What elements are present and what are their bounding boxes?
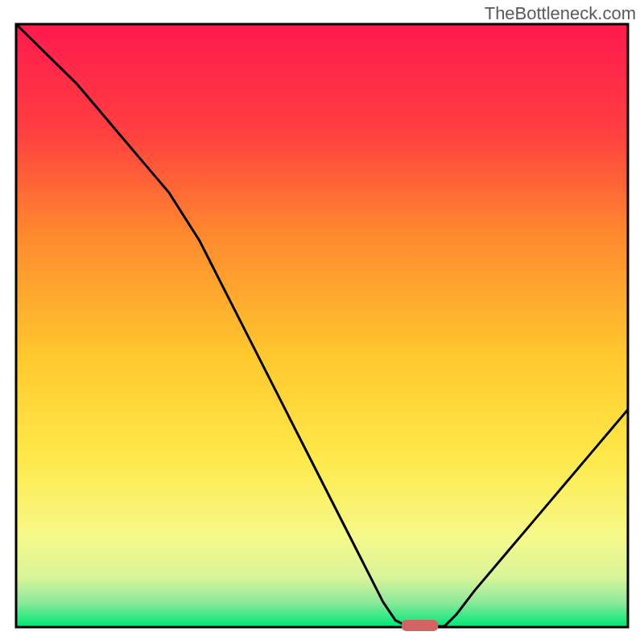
chart-container: TheBottleneck.com xyxy=(0,0,644,644)
watermark-text: TheBottleneck.com xyxy=(485,3,636,24)
chart-svg xyxy=(0,0,644,644)
minimum-marker xyxy=(402,620,439,631)
gradient-background xyxy=(16,24,628,626)
